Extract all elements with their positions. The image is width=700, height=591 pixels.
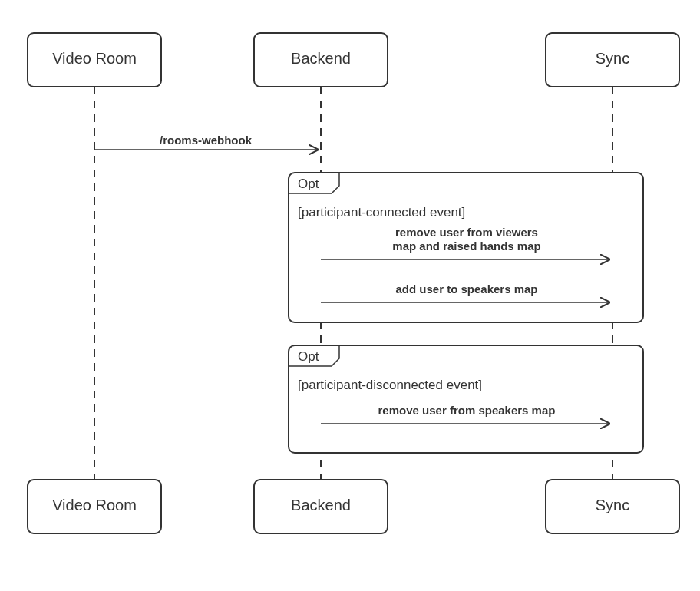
opt-frame-2-guard: [participant-disconnected event]: [298, 378, 482, 392]
opt1-msg1-line2: map and raised hands map: [392, 239, 540, 253]
participant-label-sync-bottom: Sync: [596, 497, 629, 513]
opt-frame-2: [289, 345, 643, 453]
opt2-msg1-label: remove user from speakers map: [378, 404, 556, 417]
opt-frame-2-label: Opt: [298, 349, 319, 364]
opt1-msg2-label: add user to speakers map: [395, 282, 537, 296]
opt-frame-1-guard: [participant-connected event]: [298, 205, 465, 220]
opt-frame-1-label: Opt: [298, 177, 319, 191]
opt1-msg1-line1: remove user from viewers: [395, 226, 538, 239]
participant-label-sync-top: Sync: [596, 50, 629, 67]
participant-label-video-room-top: Video Room: [52, 50, 137, 67]
sequence-diagram: Video Room Backend Sync Video Room Backe…: [0, 0, 700, 591]
participant-label-backend-top: Backend: [291, 50, 351, 67]
participant-label-video-room-bottom: Video Room: [52, 497, 137, 513]
msg-rooms-webhook: /rooms-webhook: [160, 134, 253, 147]
participant-label-backend-bottom: Backend: [291, 497, 351, 513]
